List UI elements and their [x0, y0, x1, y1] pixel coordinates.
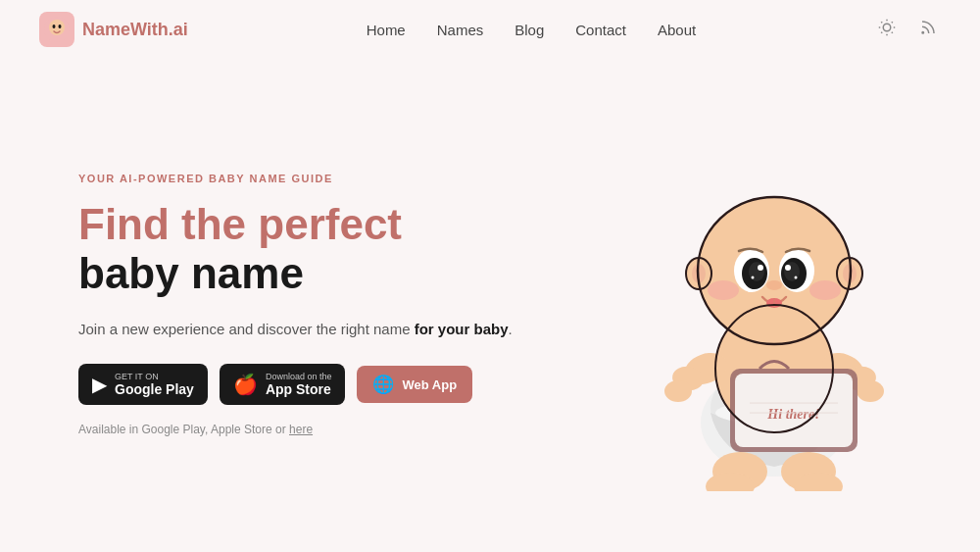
globe-icon: 🌐: [372, 374, 394, 395]
svg-point-3: [59, 25, 62, 28]
web-app-button[interactable]: 🌐 Web App: [357, 366, 472, 403]
svg-point-2: [53, 25, 56, 28]
nav-contact[interactable]: Contact: [575, 22, 626, 38]
svg-point-23: [857, 380, 884, 402]
logo[interactable]: NameWith.ai: [39, 12, 188, 47]
svg-point-46: [795, 276, 798, 278]
theme-toggle-button[interactable]: [874, 15, 900, 45]
svg-point-20: [664, 380, 692, 402]
main-nav: Home Names Blog Contact About: [367, 22, 696, 38]
svg-point-36: [809, 280, 841, 300]
svg-line-8: [892, 31, 893, 32]
logo-text: NameWith.ai: [82, 20, 188, 40]
logo-icon: [39, 12, 74, 47]
rss-button[interactable]: [915, 15, 941, 45]
svg-point-41: [752, 276, 755, 278]
nav-about[interactable]: About: [658, 22, 696, 38]
availability-text: Available in Google Play, Apple Store or…: [78, 423, 549, 436]
nav-home[interactable]: Home: [367, 22, 406, 38]
nav-blog[interactable]: Blog: [514, 22, 544, 38]
svg-line-11: [881, 31, 882, 32]
hero-illustration: Hi there!: [608, 119, 941, 491]
google-play-button[interactable]: ▶ GET IT ON Google Play: [78, 364, 208, 405]
hero-content: Your AI-Powered Baby Name Guide Find the…: [78, 173, 549, 437]
hero-description: Join a new experience and discover the r…: [78, 319, 549, 341]
availability-link[interactable]: here: [289, 423, 313, 436]
app-store-button[interactable]: 🍎 Download on the App Store: [220, 364, 346, 405]
google-play-icon: ▶: [92, 373, 107, 396]
svg-point-44: [784, 262, 800, 281]
svg-point-13: [922, 31, 924, 33]
hero-headline: Find the perfect baby name: [78, 200, 549, 299]
nav-names[interactable]: Names: [437, 22, 484, 38]
svg-text:Hi there!: Hi there!: [766, 407, 819, 422]
store-buttons: ▶ GET IT ON Google Play 🍎 Download on th…: [78, 364, 549, 405]
svg-point-40: [758, 265, 763, 271]
svg-point-35: [708, 280, 739, 300]
hero-subtitle: Your AI-Powered Baby Name Guide: [78, 173, 549, 184]
svg-point-47: [766, 280, 782, 290]
svg-point-45: [785, 265, 791, 271]
svg-line-7: [881, 22, 882, 23]
svg-point-39: [749, 262, 764, 281]
svg-point-4: [883, 24, 891, 31]
header-actions: [874, 15, 941, 45]
svg-line-12: [892, 22, 893, 23]
apple-icon: 🍎: [233, 373, 258, 396]
